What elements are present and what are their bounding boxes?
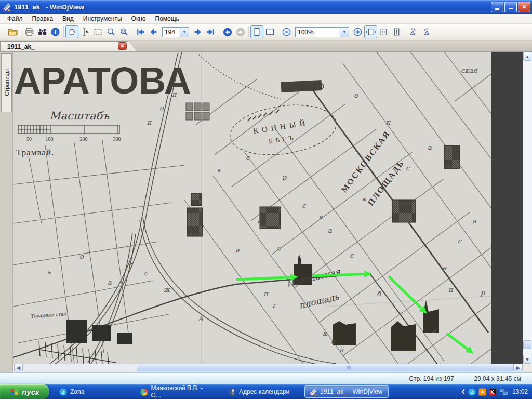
rotate-left-button[interactable] [407,25,420,38]
magnifier-window-button[interactable] [117,25,130,38]
page-number-combobox[interactable]: 194 ▼ [162,27,189,37]
zona-tray-icon[interactable]: Z [468,388,476,396]
toolbar-separator [278,26,278,38]
status-size-panel: 29,04 x 31,45 см [466,374,529,383]
network-tray-icon[interactable] [499,388,508,396]
app-window: 1911_ak_ - WinDjView ✕ Файл Правка Вид И… [0,0,532,384]
zoom-value[interactable]: 100% [296,28,340,37]
fit-height-button[interactable] [390,25,403,38]
close-icon: ✕ [522,4,526,10]
scroll-down-button[interactable]: ▼ [523,355,531,364]
toolbar-separator [21,26,21,38]
status-bar: Стр. 194 из 197 29,04 x 31,45 см [0,372,532,384]
back-button[interactable] [221,25,234,38]
find-button[interactable] [36,25,49,38]
horizontal-scroll-thumb[interactable] [137,364,514,371]
scale-tick-300: 300 [113,136,121,142]
toolbar-separator [132,26,132,38]
rotate-right-button[interactable] [420,25,433,38]
magnifier-icon [106,27,116,37]
next-page-button[interactable] [191,25,204,38]
restore-button[interactable] [504,2,517,12]
open-folder-icon [8,27,18,37]
magnifier-plus-icon [119,27,129,37]
print-button[interactable] [23,25,36,38]
menu-file[interactable]: Файл [3,14,28,23]
menu-edit[interactable]: Правка [28,14,58,23]
zoom-out-button[interactable] [280,25,293,38]
menu-view[interactable]: Вид [58,14,78,23]
kaspersky-tray-icon[interactable] [489,388,497,396]
street-letter: а [472,217,476,225]
hand-icon [67,27,77,37]
zoom-combo-dropdown-icon[interactable]: ▼ [340,28,349,37]
zoom-combobox[interactable]: 100% ▼ [295,27,349,37]
pages-panel-tab[interactable]: Страницы [1,53,12,112]
taskbar-button-browser[interactable]: Маяковский В.В. - G... [136,385,217,398]
hand-tool-button[interactable] [65,25,78,38]
info-button[interactable]: i [49,25,62,38]
street-letter: р [282,174,287,181]
select-text-tool-button[interactable] [78,25,91,38]
pages-panel-label: Страницы [4,69,10,96]
fit-width-button[interactable] [377,25,390,38]
menu-window[interactable]: Окно [127,14,151,23]
player-tray-icon[interactable] [478,388,486,396]
scroll-left-button[interactable]: ◀ [14,364,23,371]
open-button[interactable] [6,25,19,38]
vertical-scroll-thumb[interactable] [523,340,531,349]
street-letter: а [428,143,432,151]
street-letter: р [480,289,485,297]
taskbar-button-label: Адрес календари [239,388,289,395]
map-page[interactable]: КОННЫЙ БѢГЪ. [13,52,491,364]
document-tab[interactable]: 1911_ak_ [0,41,137,51]
book-icon [229,388,236,396]
street-letter: ь [47,268,51,276]
fit-page-button[interactable] [364,25,377,38]
previous-page-icon [149,27,158,37]
start-button-label: пуск [22,388,39,396]
start-button[interactable]: пуск [0,384,49,399]
menu-tools[interactable]: Инструменты [78,14,127,23]
app-icon [3,3,11,11]
last-page-button[interactable] [204,25,217,38]
toolbar-separator [405,26,405,38]
scroll-right-button[interactable]: ▶ [514,364,523,371]
single-page-layout-button[interactable] [250,25,263,38]
facing-pages-layout-button[interactable] [263,25,276,38]
document-tab-bar: 1911_ak_ ✕ [0,41,532,52]
fit-height-icon [392,27,402,37]
vertical-scrollbar[interactable]: ▲ ▼ [523,52,532,364]
forward-button[interactable] [234,25,247,38]
binoculars-icon [37,27,47,37]
tab-close-icon: ✕ [120,44,124,49]
previous-page-button[interactable] [147,25,160,38]
tab-close-button[interactable]: ✕ [118,42,127,50]
scale-tick-200: 200 [80,136,88,142]
taskbar-button-zona[interactable]: Z Zona [55,385,123,398]
street-letter: о [331,338,336,345]
taskbar-button-windjview[interactable]: 1911_ak_ - WinDjView [304,385,389,398]
horizontal-scrollbar[interactable]: ◀ ▶ [13,364,523,372]
page-combo-dropdown-icon[interactable]: ▼ [180,28,189,37]
scroll-up-button[interactable]: ▲ [523,52,531,61]
first-page-icon [136,27,145,37]
fit-width-icon [379,27,389,37]
close-button[interactable]: ✕ [518,2,530,12]
taskbar-button-label: 1911_ak_ - WinDjView [320,388,382,395]
zoom-in-button[interactable] [351,25,364,38]
taskbar-button-folder[interactable]: Адрес календари [224,385,297,398]
zoom-tool-button[interactable] [104,25,117,38]
street-letter: ская [461,66,478,74]
route-arrow-shaft [313,274,364,276]
tray-expand-chevron[interactable] [461,389,466,395]
back-icon [222,27,233,37]
menu-help[interactable]: Помощь [151,14,184,23]
page-number-value[interactable]: 194 [163,28,180,37]
first-page-button[interactable] [134,25,147,38]
select-area-tool-button[interactable] [91,25,104,38]
minimize-button[interactable] [491,2,503,12]
street-letter: ж [164,286,171,294]
rotate-right-icon [421,27,431,37]
scroll-thumb-grip [347,366,351,369]
